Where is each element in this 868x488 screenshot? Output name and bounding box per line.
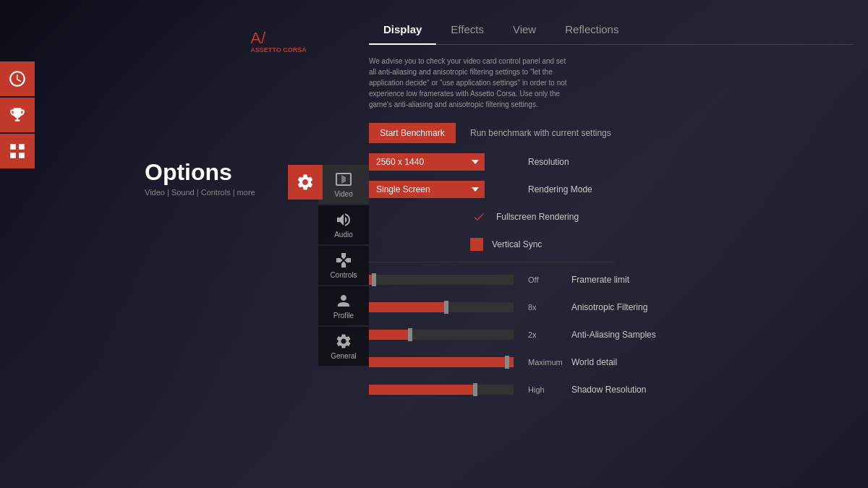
antialiasing-slider-fill xyxy=(369,330,412,340)
advisory-text: We advise you to check your video card c… xyxy=(369,56,571,110)
anisotropic-slider-fill xyxy=(369,302,448,312)
nav-profile-label: Profile xyxy=(333,312,354,320)
anisotropic-slider-thumb xyxy=(444,301,448,314)
anisotropic-slider[interactable] xyxy=(369,302,514,312)
gear-active-button[interactable] xyxy=(288,165,323,200)
logo-symbol: A/ xyxy=(250,30,306,46)
resolution-row: 1920 x 1080 2560 x 1440 3840 x 2160 Reso… xyxy=(369,152,854,172)
trophy-icon xyxy=(8,106,27,124)
vsync-checkbox[interactable] xyxy=(470,238,483,251)
audio-nav-icon xyxy=(335,211,352,228)
antialiasing-row: 2x Anti-Aliasing Samples xyxy=(369,325,854,345)
fullscreen-label: Fullscreen Rendering xyxy=(496,212,579,222)
rendering-mode-control: Single Screen Triple Screen VR xyxy=(369,181,514,198)
antialiasing-value: 2x xyxy=(528,330,564,339)
benchmark-description: Run benchmark with current settings xyxy=(470,128,611,138)
resolution-control: 1920 x 1080 2560 x 1440 3840 x 2160 xyxy=(369,153,514,171)
fullscreen-row: Fullscreen Rendering xyxy=(369,207,854,227)
framerate-slider-thumb xyxy=(372,273,376,286)
shadow-resolution-value: High xyxy=(528,385,564,394)
nav-profile[interactable]: Profile xyxy=(318,286,369,325)
fullscreen-checkmark-icon xyxy=(472,210,485,223)
controls-nav-icon xyxy=(335,252,352,269)
speedometer-icon xyxy=(8,69,27,88)
options-sublabel: Video | Sound | Controls | more xyxy=(145,188,255,197)
gear-icon xyxy=(296,173,315,192)
vsync-label: Vertical Sync xyxy=(492,239,542,249)
settings-divider xyxy=(369,262,615,262)
framerate-row: Off Framerate limit xyxy=(369,270,854,290)
logo-area: A/ ASSETTO CORSA xyxy=(250,20,307,64)
world-detail-slider-thumb xyxy=(505,356,509,369)
framerate-value: Off xyxy=(528,275,564,284)
grid-icon-button[interactable] xyxy=(0,134,35,168)
tab-reflections[interactable]: Reflections xyxy=(550,14,633,44)
framerate-label: Framerate limit xyxy=(571,275,629,285)
anisotropic-value: 8x xyxy=(528,303,564,312)
anisotropic-row: 8x Anisotropic Filtering xyxy=(369,297,854,317)
nav-audio-label: Audio xyxy=(334,231,353,239)
resolution-label: Resolution xyxy=(528,157,569,167)
speedometer-icon-button[interactable] xyxy=(0,61,35,96)
nav-video[interactable]: Video xyxy=(318,165,369,204)
world-detail-label: World detail xyxy=(571,357,617,367)
nav-video-label: Video xyxy=(334,190,352,198)
nav-audio[interactable]: Audio xyxy=(318,205,369,244)
left-nav: Video Audio Controls Profile General xyxy=(318,165,369,367)
world-detail-slider-fill xyxy=(369,357,514,367)
anisotropic-label: Anisotropic Filtering xyxy=(571,302,647,312)
grid-icon xyxy=(8,142,27,160)
tab-display[interactable]: Display xyxy=(369,14,436,44)
general-nav-icon xyxy=(335,333,352,350)
profile-nav-icon xyxy=(335,292,352,309)
rendering-mode-label: Rendering Mode xyxy=(528,184,592,194)
nav-controls-label: Controls xyxy=(330,271,357,279)
resolution-dropdown[interactable]: 1920 x 1080 2560 x 1440 3840 x 2160 xyxy=(369,153,485,171)
shadow-resolution-slider-thumb xyxy=(473,383,477,396)
nav-general-label: General xyxy=(331,352,357,360)
world-detail-row: Maximum World detail xyxy=(369,352,854,372)
benchmark-row: Start Benchmark Run benchmark with curre… xyxy=(369,123,854,143)
trophy-icon-button[interactable] xyxy=(0,98,35,132)
antialiasing-label: Anti-Aliasing Samples xyxy=(571,330,656,340)
antialiasing-slider[interactable] xyxy=(369,330,514,340)
tab-view[interactable]: View xyxy=(498,14,550,44)
world-detail-slider[interactable] xyxy=(369,357,514,367)
start-benchmark-button[interactable]: Start Benchmark xyxy=(369,123,456,143)
vsync-row: Vertical Sync xyxy=(369,234,854,254)
framerate-slider[interactable] xyxy=(369,275,514,285)
world-detail-value: Maximum xyxy=(528,358,564,367)
antialiasing-slider-thumb xyxy=(408,328,412,341)
rendering-mode-dropdown[interactable]: Single Screen Triple Screen VR xyxy=(369,181,485,198)
shadow-resolution-slider[interactable] xyxy=(369,385,514,395)
video-nav-icon xyxy=(335,171,352,188)
shadow-resolution-row: High Shadow Resolution xyxy=(369,380,854,400)
tabs-bar: Display Effects View Reflections xyxy=(369,14,854,45)
sidebar-icon-buttons xyxy=(0,61,35,168)
nav-general[interactable]: General xyxy=(318,327,369,366)
shadow-resolution-slider-fill xyxy=(369,385,477,395)
rendering-mode-row: Single Screen Triple Screen VR Rendering… xyxy=(369,179,854,200)
main-content: Display Effects View Reflections We advi… xyxy=(369,14,854,474)
logo-text: ASSETTO CORSA xyxy=(250,46,306,54)
shadow-resolution-label: Shadow Resolution xyxy=(571,385,646,395)
tab-effects[interactable]: Effects xyxy=(436,14,498,44)
nav-controls[interactable]: Controls xyxy=(318,246,369,285)
options-title: Options xyxy=(145,159,232,186)
